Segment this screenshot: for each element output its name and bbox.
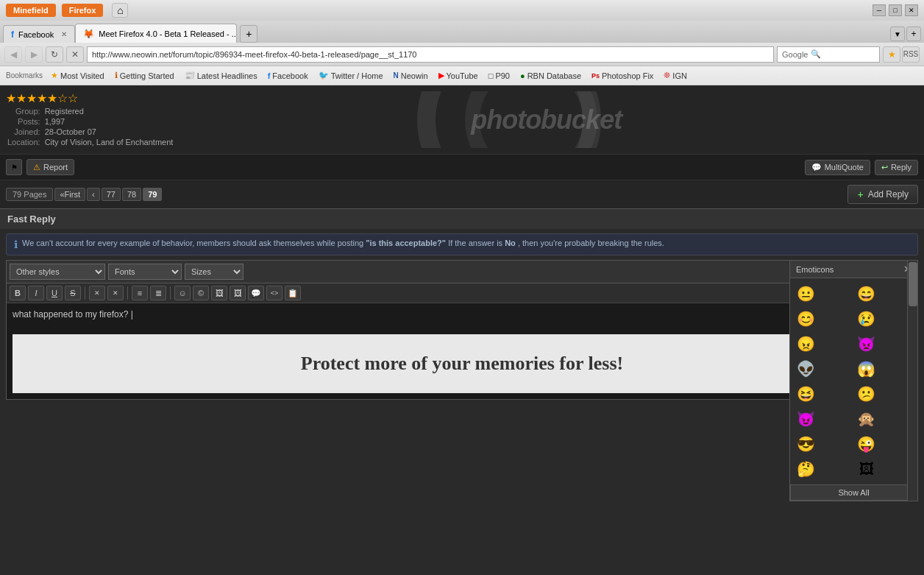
- emoticon-4[interactable]: 😢: [856, 308, 878, 330]
- info-notice: ℹ We can't account for every example of …: [6, 233, 918, 255]
- emoticon-2[interactable]: 😄: [856, 283, 878, 305]
- emoticon-3[interactable]: 😊: [795, 308, 817, 330]
- action-bar: ⚑ ⚠ Report 💬 MultiQuote ↩ Reply: [0, 154, 924, 180]
- new-tab-button[interactable]: +: [240, 25, 257, 43]
- emoticon-14[interactable]: 😜: [856, 433, 878, 455]
- bookmark-neowin[interactable]: N Neowin: [391, 71, 430, 81]
- tab-facebook[interactable]: f Facebook ✕: [3, 25, 75, 43]
- new-tab-right-button[interactable]: +: [906, 27, 921, 41]
- bookmark-latest-headlines[interactable]: 📰 Latest Headlines: [182, 70, 260, 81]
- page-78-button[interactable]: 78: [122, 188, 141, 201]
- ad-banner: Protect more of your memories for less!: [13, 334, 911, 393]
- code-button[interactable]: <>: [266, 286, 282, 300]
- add-reply-button[interactable]: + Add Reply: [847, 185, 918, 204]
- tab-meetfirefox[interactable]: 🦊 Meet Firefox 4.0 - Beta 1 Released - .…: [75, 24, 237, 43]
- firefox-button[interactable]: Firefox: [62, 4, 104, 17]
- emoticon-9[interactable]: 😆: [795, 383, 817, 405]
- emoticon-1[interactable]: 😐: [795, 283, 817, 305]
- bookmark-getting-started[interactable]: ℹ Getting Started: [113, 70, 177, 81]
- bookmark-rbn[interactable]: ● RBN Database: [518, 71, 583, 81]
- bookmark-most-visited[interactable]: ★ Most Visited: [49, 70, 107, 81]
- emoticons-scrollbar[interactable]: [907, 261, 917, 501]
- content-area: ★★★★★☆☆ Group: Registered Posts: 1,997 J…: [0, 85, 924, 575]
- bookmark-facebook[interactable]: f Facebook: [266, 71, 310, 81]
- posts-value: 1,997: [45, 117, 174, 126]
- refresh-button[interactable]: ↻: [46, 46, 63, 63]
- editor-body[interactable]: what happened to my firefox? | Protect m…: [7, 303, 917, 399]
- tab-facebook-close[interactable]: ✕: [61, 30, 67, 38]
- nav-bar: ◀ ▶ ↻ ✕ http://www.neowin.net/forum/topi…: [0, 43, 924, 66]
- bookmark-youtube[interactable]: ▶ YouTube: [436, 70, 480, 81]
- reply-button[interactable]: ↩ Reply: [875, 160, 918, 175]
- most-visited-label: Most Visited: [60, 71, 104, 80]
- maximize-button[interactable]: □: [889, 4, 902, 16]
- strikethrough-button[interactable]: S: [65, 286, 81, 300]
- multiquote-button[interactable]: 💬 MultiQuote: [805, 160, 870, 175]
- joined-value: 28-October 07: [45, 127, 174, 136]
- underline-button[interactable]: U: [46, 286, 63, 300]
- pagination-bar: 79 Pages «First ‹ 77 78 79 + Add Reply: [0, 180, 924, 208]
- window-controls: ─ □ ✕: [873, 4, 918, 16]
- firefox-tab-favicon: 🦊: [83, 29, 94, 39]
- special-char-button[interactable]: ©: [193, 286, 209, 300]
- bookmark-photoshop[interactable]: Ps Photoshop Fix: [589, 71, 655, 81]
- show-all-button[interactable]: Show All: [790, 484, 917, 501]
- ordered-list-button[interactable]: ≣: [150, 286, 166, 300]
- emoticon-11[interactable]: 😈: [795, 408, 817, 430]
- home-button[interactable]: ⌂: [112, 3, 128, 18]
- remove-format2-button[interactable]: ✕: [107, 286, 124, 300]
- unordered-list-button[interactable]: ≡: [132, 286, 148, 300]
- tab-list-button[interactable]: ▼: [890, 27, 905, 41]
- emoticon-10[interactable]: 😕: [856, 383, 878, 405]
- bookmarks-label: Bookmarks: [6, 71, 43, 80]
- sizes-dropdown[interactable]: Sizes: [185, 264, 244, 280]
- minefield-logo[interactable]: Minefield: [6, 4, 56, 17]
- bookmark-twitter[interactable]: 🐦 Twitter / Home: [316, 70, 385, 81]
- page-77-button[interactable]: 77: [102, 188, 121, 201]
- image-button[interactable]: 🖼: [211, 286, 227, 300]
- address-bar[interactable]: http://www.neowin.net/forum/topic/896934…: [87, 46, 774, 63]
- report-button[interactable]: ⚠ Report: [26, 159, 74, 175]
- rbn-label: RBN Database: [527, 71, 581, 80]
- page-79-button[interactable]: 79: [143, 188, 162, 201]
- joined-label: Joined:: [7, 127, 43, 136]
- minimize-button[interactable]: ─: [873, 4, 886, 16]
- bookmark-star-button[interactable]: ★: [883, 46, 900, 63]
- remove-format-button[interactable]: ✕: [89, 286, 105, 300]
- prev-page-button[interactable]: ‹: [87, 188, 100, 201]
- speech-button[interactable]: 💬: [248, 286, 264, 300]
- nav-extra-buttons: ★ RSS: [883, 46, 920, 63]
- emoticon-8[interactable]: 😱: [856, 358, 878, 380]
- smiley-button[interactable]: ☺: [174, 286, 191, 300]
- forward-button[interactable]: ▶: [25, 46, 43, 63]
- emoticon-7[interactable]: 👽: [795, 358, 817, 380]
- bookmark-ign[interactable]: ❊ IGN: [661, 70, 689, 81]
- bookmark-p90[interactable]: □ P90: [486, 71, 512, 81]
- emoticons-header: Emoticons ✕: [790, 261, 917, 278]
- info-icon: ℹ: [14, 239, 18, 250]
- copy-button[interactable]: 📋: [285, 286, 301, 300]
- scrollbar-thumb: [909, 262, 917, 306]
- rss-button[interactable]: RSS: [902, 46, 920, 63]
- getting-started-icon: ℹ: [115, 71, 118, 80]
- styles-dropdown[interactable]: Other styles: [10, 264, 105, 280]
- flag-icon-btn[interactable]: ⚑: [6, 159, 22, 175]
- fonts-dropdown[interactable]: Fonts: [108, 264, 182, 280]
- emoticon-15[interactable]: 🤔: [795, 458, 817, 480]
- back-button[interactable]: ◀: [4, 46, 22, 63]
- emoticon-13[interactable]: 😎: [795, 433, 817, 455]
- first-page-button[interactable]: «First: [54, 188, 85, 201]
- emoticon-5[interactable]: 😠: [795, 333, 817, 355]
- title-bar: Minefield Firefox ⌂ ─ □ ✕: [0, 0, 924, 21]
- close-button[interactable]: ✕: [905, 4, 918, 16]
- editor-container: Other styles Fonts Sizes ↩ ↪ ? 📋: [6, 260, 918, 400]
- image2-button[interactable]: 🖼: [230, 286, 246, 300]
- emoticon-16[interactable]: 🖼: [856, 458, 878, 480]
- youtube-label: YouTube: [447, 71, 478, 80]
- emoticon-12[interactable]: 🙊: [856, 408, 878, 430]
- italic-button[interactable]: I: [28, 286, 44, 300]
- emoticon-6[interactable]: 👿: [856, 333, 878, 355]
- bold-button[interactable]: B: [10, 286, 26, 300]
- stop-button[interactable]: ✕: [66, 46, 84, 63]
- search-bar[interactable]: Google 🔍: [777, 46, 880, 63]
